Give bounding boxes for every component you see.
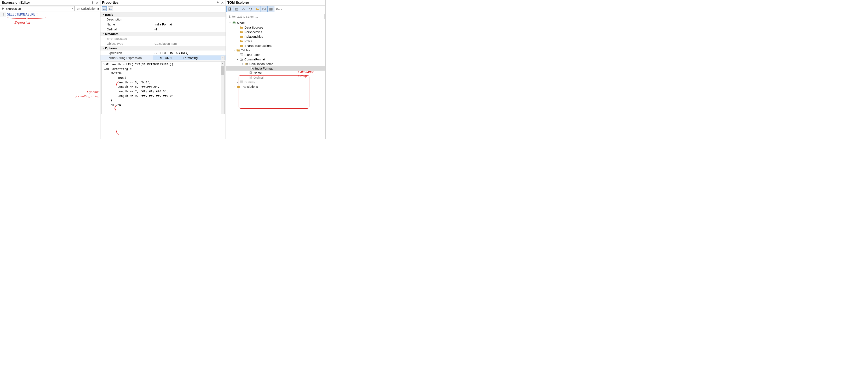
- expression-toolbar: fx Expression ▼ on Calculation It: [0, 6, 100, 12]
- tree-node-india-format[interactable]: India Format: [226, 66, 326, 71]
- prop-expression[interactable]: ExpressionSELECTEDMEASURE(): [100, 50, 225, 55]
- scroll-up-icon[interactable]: ▴: [221, 62, 224, 65]
- chevron-down-icon: ▾: [228, 22, 231, 24]
- prop-ordinal[interactable]: Ordinal-1: [100, 27, 225, 32]
- search-input[interactable]: Enter text to search...: [226, 14, 324, 19]
- filter-folders-button[interactable]: [254, 6, 261, 12]
- folder-icon: [236, 85, 240, 88]
- svg-rect-46: [253, 69, 253, 69]
- svg-rect-39: [247, 65, 247, 65]
- svg-rect-37: [247, 64, 247, 64]
- chevron-right-icon: ▸: [236, 81, 239, 83]
- tree-node-tables[interactable]: ▾Tables: [226, 48, 326, 53]
- chevron-down-icon: ▼: [71, 7, 73, 10]
- tree-node-perspectives[interactable]: Perspectives: [226, 30, 326, 34]
- table-fx-icon: fx: [240, 53, 244, 57]
- filter-partitions-button[interactable]: [247, 6, 254, 12]
- tom-explorer-panel: TOM Explorer Pers... Enter text to searc…: [226, 0, 326, 139]
- svg-rect-0: [103, 8, 103, 8]
- close-icon[interactable]: [96, 1, 99, 4]
- chevron-right-icon: ▸: [232, 86, 236, 88]
- properties-toolbar: AZ: [100, 6, 225, 12]
- annotation-expression: Expression: [14, 21, 100, 25]
- tree-node-shared-expressions[interactable]: Shared Expressions: [226, 43, 326, 48]
- model-tree: ▾Model Data Sources Perspectives Relatio…: [226, 20, 326, 89]
- chevron-down-icon: ▾: [232, 49, 236, 51]
- cube-icon: [232, 21, 236, 25]
- calc-items-icon: [244, 62, 249, 66]
- folder-icon: [240, 39, 244, 43]
- svg-rect-45: [252, 69, 253, 69]
- svg-rect-3: [103, 9, 103, 10]
- column-icon: [249, 71, 253, 75]
- chevron-down-icon: ▾: [102, 13, 104, 16]
- tom-toolbar: Pers...: [226, 6, 326, 13]
- svg-rect-9: [229, 9, 229, 10]
- tree-node-relationships[interactable]: Relationships: [226, 34, 326, 39]
- category-metadata[interactable]: ▾Metadata: [100, 32, 225, 36]
- svg-rect-43: [252, 68, 253, 69]
- prop-object-type[interactable]: Object TypeCalculation Item: [100, 41, 225, 46]
- svg-rect-21: [270, 8, 270, 10]
- table-icon: [240, 80, 244, 84]
- properties-panel: Properties AZ ▾Basic Description NameInd…: [100, 0, 226, 139]
- tree-node-roles[interactable]: Roles: [226, 39, 326, 43]
- close-icon[interactable]: [221, 1, 224, 4]
- tree-node-dummy[interactable]: ▸Dummy: [226, 80, 326, 84]
- editor-scrollbar[interactable]: ▴ ▾: [221, 62, 224, 114]
- calc-item-icon: [250, 66, 254, 70]
- svg-rect-4: [104, 9, 105, 9]
- properties-title: Properties: [102, 1, 216, 5]
- folder-icon: [240, 35, 244, 38]
- expression-context: on Calculation It: [75, 6, 100, 11]
- tree-node-ordinal-column[interactable]: Ordinal: [226, 75, 326, 80]
- filter-measures-button[interactable]: [226, 6, 234, 12]
- line-gutter: 1: [0, 12, 6, 17]
- prop-description[interactable]: Description: [100, 17, 225, 22]
- svg-rect-55: [240, 81, 243, 83]
- svg-rect-16: [243, 8, 244, 8]
- calc-group-icon: [240, 57, 244, 61]
- svg-rect-32: [242, 59, 242, 60]
- svg-rect-5: [104, 9, 105, 10]
- tree-node-name-column[interactable]: Name: [226, 71, 326, 75]
- tree-node-commaformat[interactable]: ▾CommaFormat: [226, 57, 326, 62]
- dropdown-icon[interactable]: ▾: [221, 56, 225, 60]
- svg-rect-33: [243, 59, 243, 60]
- svg-line-20: [262, 8, 266, 10]
- svg-rect-36: [246, 64, 248, 65]
- alphabetical-button[interactable]: AZ: [108, 6, 113, 11]
- svg-rect-44: [253, 68, 253, 69]
- property-grid: ▾Basic Description NameIndia Format Ordi…: [100, 12, 225, 139]
- prop-error-message[interactable]: Error Message: [100, 36, 225, 41]
- expression-type-dropdown[interactable]: fx Expression ▼: [1, 6, 74, 11]
- expression-editor-title: Expression Editor: [2, 1, 91, 5]
- tree-node-blank-table[interactable]: ▸fxBlank Table: [226, 53, 326, 57]
- tree-node-data-sources[interactable]: Data Sources: [226, 25, 326, 30]
- tom-header: TOM Explorer: [226, 0, 326, 6]
- categorized-button[interactable]: [102, 6, 107, 11]
- filter-columns-button[interactable]: [233, 6, 240, 12]
- tree-node-model[interactable]: ▾Model: [226, 21, 326, 25]
- svg-rect-17: [242, 10, 243, 10]
- pin-icon[interactable]: [91, 1, 94, 4]
- svg-rect-2: [104, 8, 105, 8]
- category-options[interactable]: ▾Options: [100, 46, 225, 50]
- scroll-thumb[interactable]: [221, 66, 224, 75]
- svg-rect-10: [230, 9, 230, 10]
- tree-node-translations[interactable]: ▸Translations: [226, 84, 326, 89]
- format-string-value[interactable]: RETURN Formatting ▾: [153, 56, 225, 60]
- tree-node-calculation-items[interactable]: ▾Calculation Items: [226, 62, 326, 66]
- pin-icon[interactable]: [216, 1, 219, 4]
- prop-format-string-expression[interactable]: Format String Expression RETURN Formatti…: [100, 55, 225, 60]
- format-string-editor[interactable]: VAR Length = LEN( INT(SELECTEDMEASURE())…: [101, 61, 225, 114]
- filter-hidden-button[interactable]: [260, 6, 268, 12]
- perspective-dropdown[interactable]: Pers...: [274, 7, 286, 11]
- folder-icon: [240, 44, 244, 47]
- filter-all-button[interactable]: [268, 6, 274, 12]
- prop-name[interactable]: NameIndia Format: [100, 22, 225, 27]
- folder-icon: [240, 26, 244, 29]
- filter-hierarchies-button[interactable]: [240, 6, 247, 12]
- category-basic[interactable]: ▾Basic: [100, 12, 225, 17]
- scroll-down-icon[interactable]: ▾: [221, 110, 224, 114]
